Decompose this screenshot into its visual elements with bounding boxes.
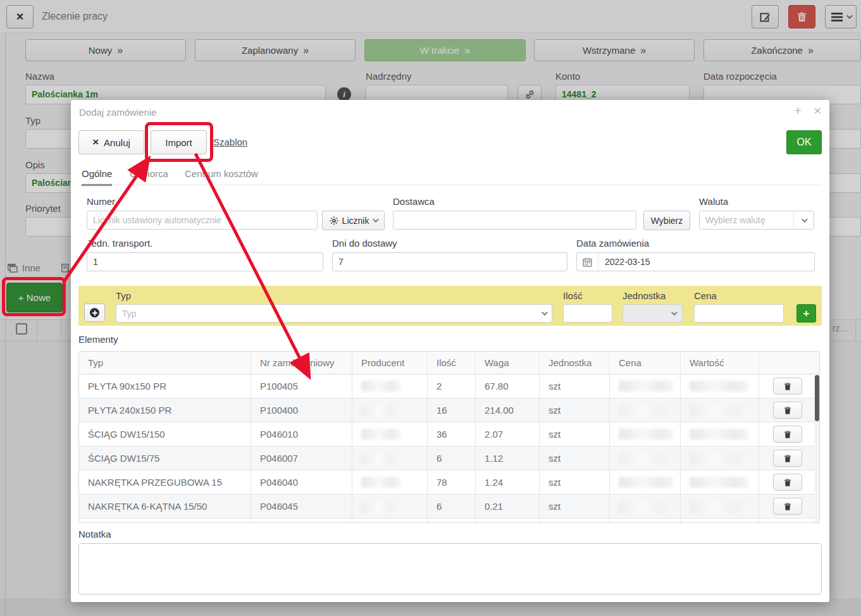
szablon-link[interactable]: Szablon [213,137,247,147]
dialog-close-icon[interactable]: × [814,104,821,117]
quick-ilosc-input[interactable] [563,304,612,323]
numer-input[interactable] [87,211,318,230]
redacted-cena [619,477,673,488]
tab-odbiorca[interactable]: Odbiorca [130,168,168,185]
data-zamowienia-input[interactable]: 2022-03-15 [576,252,815,271]
gear-icon [330,216,338,225]
redacted-wartosc [690,453,748,464]
delete-row-button[interactable] [773,378,802,395]
redacted-producent [361,501,400,512]
add-element-button[interactable]: + [796,304,816,323]
table-row-clipped [79,519,819,523]
redacted-producent [361,477,400,488]
redacted-cena [619,405,673,416]
redacted-cena [619,429,673,440]
dni-do-dostawy-label: Dni do dostawy [332,238,397,249]
delete-row-button[interactable] [773,426,802,443]
table-scrollbar-thumb[interactable] [815,375,819,421]
tab-centrum-kosztow[interactable]: Centrum kosztów [185,168,258,185]
redacted-producent [361,453,400,464]
redacted-producent [361,405,400,416]
redacted-producent [361,381,400,391]
delete-row-button[interactable] [773,402,802,419]
redacted-wartosc [690,405,748,416]
quick-jednostka-label: Jednostka [623,290,666,301]
redacted-wartosc [690,501,748,512]
delete-row-button[interactable] [773,474,802,491]
table-row: ŚCIĄG DW15/75 P046007 6 1.12 szt [79,447,819,471]
redacted-cena [619,453,673,464]
screen: × Zlecenie pracy Nowy» Zaplanowany» [0,0,861,616]
chevron-down-icon [671,309,678,316]
jedn-transport-input[interactable] [87,252,323,271]
waluta-select[interactable]: Wybierz walutę [699,211,814,230]
waluta-label: Waluta [699,196,728,207]
wybierz-button[interactable]: Wybierz [643,211,690,230]
quick-cena-input[interactable] [694,304,784,323]
calendar-icon [577,253,598,271]
table-row: ŚCIĄG DW15/150 P046010 36 2.07 szt [79,422,819,447]
tabs-divider [78,185,822,185]
quick-typ-input[interactable] [116,304,552,323]
dialog-plus-icon[interactable]: + [794,104,802,117]
x-icon: × [92,136,99,149]
dni-do-dostawy-input[interactable] [332,252,567,271]
dostawca-input[interactable] [393,211,636,230]
jedn-transport-label: Jedn. transport. [87,238,152,249]
table-row: PŁYTA 240x150 PR P100400 16 214.00 szt [79,398,819,422]
ok-button[interactable]: OK [786,130,822,154]
delete-row-button[interactable] [773,498,802,515]
dodaj-zamowienie-dialog: Dodaj zamówienie + × × Anuluj Import Sza… [71,100,829,602]
redacted-cena [619,381,673,391]
elementy-label: Elementy [78,334,118,345]
licznik-button[interactable]: Licznik [322,211,385,230]
redacted-producent [361,429,400,440]
dialog-title: Dodaj zamówienie [79,107,157,118]
delete-row-button[interactable] [773,450,802,467]
table-header-row: Typ Nr zamówieniowy Producent Ilość Waga… [79,352,819,374]
annotation-box-nowe [2,277,66,316]
redacted-cena [619,501,673,512]
redacted-wartosc [690,429,748,440]
table-row: PŁYTA 90x150 PR P100405 2 67.80 szt [79,374,819,398]
notatka-label: Notatka [78,529,111,539]
add-row-options-button[interactable] [84,304,105,322]
chevron-down-icon [793,211,814,229]
table-scrollbar [814,374,819,523]
numer-label: Numer [87,196,115,207]
redacted-wartosc [690,381,748,391]
annotation-box-import [145,122,213,162]
quick-jednostka-select[interactable] [623,304,683,323]
tab-ogolne[interactable]: Ogólne [82,168,112,185]
anuluj-button[interactable]: × Anuluj [78,130,144,154]
quick-cena-label: Cena [694,290,717,301]
chevron-down-icon [373,216,379,223]
elements-table: Typ Nr zamówieniowy Producent Ilość Waga… [78,351,820,523]
quick-ilosc-label: Ilość [563,290,583,301]
dostawca-label: Dostawca [393,196,435,207]
quick-add-bar: Typ Ilość Jednostka Cena + [78,286,822,326]
quick-typ-label: Typ [116,290,131,301]
table-row: NAKRĘTKA 6-KĄTNA 15/50 P046045 6 0.21 sz… [79,495,819,519]
data-zamowienia-label: Data zamówienia [576,238,649,249]
plus-circle-icon [90,308,99,317]
redacted-wartosc [690,477,748,488]
notatka-textarea[interactable] [78,543,822,594]
table-row: NAKRĘTKA PRZEGUBOWA 15 P046040 78 1.24 s… [79,471,819,495]
